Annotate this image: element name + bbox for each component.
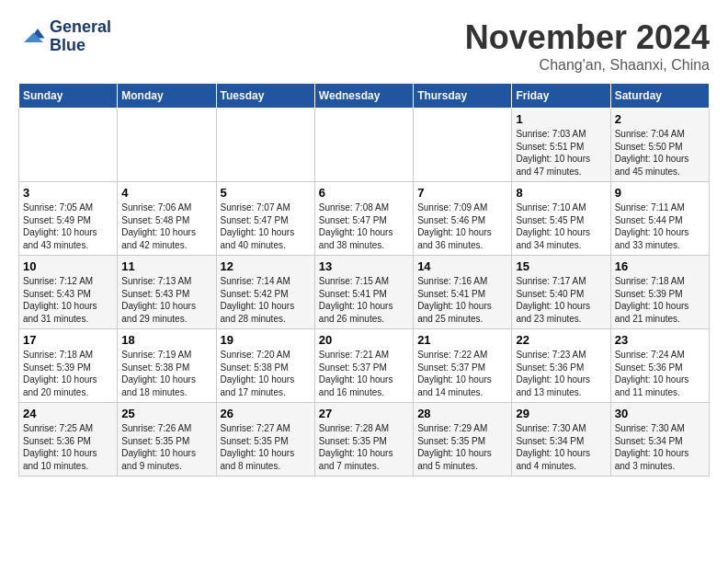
day-info: Sunrise: 7:28 AM Sunset: 5:35 PM Dayligh… [319,422,409,472]
day-number: 13 [319,259,409,273]
calendar-cell: 17Sunrise: 7:18 AM Sunset: 5:39 PM Dayli… [19,329,118,403]
weekday-header-friday: Friday [512,84,610,109]
day-info: Sunrise: 7:11 AM Sunset: 5:44 PM Dayligh… [615,201,705,251]
month-title: November 2024 [465,18,710,57]
calendar-cell: 16Sunrise: 7:18 AM Sunset: 5:39 PM Dayli… [610,256,709,329]
week-row-2: 10Sunrise: 7:12 AM Sunset: 5:43 PM Dayli… [19,256,710,329]
day-info: Sunrise: 7:24 AM Sunset: 5:36 PM Dayligh… [615,349,705,398]
day-number: 18 [121,333,211,347]
day-number: 7 [417,186,507,200]
calendar-cell: 21Sunrise: 7:22 AM Sunset: 5:37 PM Dayli… [414,329,512,403]
day-number: 26 [221,407,311,420]
day-info: Sunrise: 7:10 AM Sunset: 5:45 PM Dayligh… [516,201,606,251]
calendar-cell: 28Sunrise: 7:29 AM Sunset: 5:35 PM Dayli… [414,403,512,477]
calendar-cell: 13Sunrise: 7:15 AM Sunset: 5:41 PM Dayli… [314,256,413,329]
calendar-cell: 27Sunrise: 7:28 AM Sunset: 5:35 PM Dayli… [314,403,413,477]
calendar-cell: 23Sunrise: 7:24 AM Sunset: 5:36 PM Dayli… [610,329,709,403]
calendar-cell: 18Sunrise: 7:19 AM Sunset: 5:38 PM Dayli… [118,329,216,403]
day-number: 25 [121,407,211,420]
calendar-cell: 15Sunrise: 7:17 AM Sunset: 5:40 PM Dayli… [512,256,610,329]
day-info: Sunrise: 7:30 AM Sunset: 5:34 PM Dayligh… [516,422,606,472]
day-info: Sunrise: 7:18 AM Sunset: 5:39 PM Dayligh… [615,275,705,325]
calendar-cell: 30Sunrise: 7:30 AM Sunset: 5:34 PM Dayli… [610,403,709,477]
day-info: Sunrise: 7:03 AM Sunset: 5:51 PM Dayligh… [516,128,606,178]
day-info: Sunrise: 7:19 AM Sunset: 5:38 PM Dayligh… [121,349,211,398]
location: Chang'an, Shaanxi, China [465,57,710,74]
day-info: Sunrise: 7:26 AM Sunset: 5:35 PM Dayligh… [121,422,211,472]
day-number: 23 [615,333,705,347]
calendar-cell: 25Sunrise: 7:26 AM Sunset: 5:35 PM Dayli… [118,403,216,477]
day-number: 1 [516,112,606,126]
day-info: Sunrise: 7:09 AM Sunset: 5:46 PM Dayligh… [417,201,507,251]
day-number: 30 [615,407,705,420]
logo: General Blue [18,18,111,55]
day-info: Sunrise: 7:15 AM Sunset: 5:41 PM Dayligh… [319,275,409,325]
calendar-cell: 1Sunrise: 7:03 AM Sunset: 5:51 PM Daylig… [512,109,610,182]
weekday-header-thursday: Thursday [414,84,512,109]
day-number: 19 [221,333,311,347]
day-info: Sunrise: 7:12 AM Sunset: 5:43 PM Dayligh… [23,275,113,325]
calendar-cell: 4Sunrise: 7:06 AM Sunset: 5:48 PM Daylig… [118,182,216,256]
calendar-cell: 8Sunrise: 7:10 AM Sunset: 5:45 PM Daylig… [512,182,610,256]
title-area: November 2024 Chang'an, Shaanxi, China [465,18,710,74]
calendar-cell: 10Sunrise: 7:12 AM Sunset: 5:43 PM Dayli… [19,256,118,329]
day-number: 22 [516,333,606,347]
calendar-cell: 2Sunrise: 7:04 AM Sunset: 5:50 PM Daylig… [610,109,709,182]
day-number: 29 [516,407,606,420]
day-number: 3 [23,186,113,200]
day-number: 6 [319,186,409,200]
logo-text: General Blue [50,18,111,55]
weekday-header-wednesday: Wednesday [314,84,413,109]
day-number: 27 [319,407,409,420]
calendar-cell [314,109,413,182]
day-number: 8 [516,186,606,200]
weekday-header-row: SundayMondayTuesdayWednesdayThursdayFrid… [19,84,710,109]
day-info: Sunrise: 7:07 AM Sunset: 5:47 PM Dayligh… [221,201,311,251]
week-row-0: 1Sunrise: 7:03 AM Sunset: 5:51 PM Daylig… [19,109,710,182]
day-info: Sunrise: 7:22 AM Sunset: 5:37 PM Dayligh… [417,349,507,398]
day-info: Sunrise: 7:18 AM Sunset: 5:39 PM Dayligh… [23,349,113,398]
day-info: Sunrise: 7:27 AM Sunset: 5:35 PM Dayligh… [221,422,311,472]
calendar-cell: 6Sunrise: 7:08 AM Sunset: 5:47 PM Daylig… [314,182,413,256]
calendar-cell: 19Sunrise: 7:20 AM Sunset: 5:38 PM Dayli… [216,329,314,403]
day-info: Sunrise: 7:29 AM Sunset: 5:35 PM Dayligh… [417,422,507,472]
day-number: 16 [615,259,705,273]
calendar-cell: 3Sunrise: 7:05 AM Sunset: 5:49 PM Daylig… [19,182,118,256]
weekday-header-monday: Monday [118,84,216,109]
day-number: 4 [121,186,211,200]
weekday-header-saturday: Saturday [610,84,709,109]
day-info: Sunrise: 7:08 AM Sunset: 5:47 PM Dayligh… [319,201,409,251]
weekday-header-sunday: Sunday [19,84,118,109]
day-number: 9 [615,186,705,200]
calendar-cell: 20Sunrise: 7:21 AM Sunset: 5:37 PM Dayli… [314,329,413,403]
day-number: 5 [221,186,311,200]
day-number: 2 [615,112,705,126]
day-info: Sunrise: 7:05 AM Sunset: 5:49 PM Dayligh… [23,201,113,251]
calendar-cell: 11Sunrise: 7:13 AM Sunset: 5:43 PM Dayli… [118,256,216,329]
week-row-3: 17Sunrise: 7:18 AM Sunset: 5:39 PM Dayli… [19,329,710,403]
calendar-cell: 26Sunrise: 7:27 AM Sunset: 5:35 PM Dayli… [216,403,314,477]
calendar-cell: 9Sunrise: 7:11 AM Sunset: 5:44 PM Daylig… [610,182,709,256]
day-number: 10 [23,259,113,273]
day-info: Sunrise: 7:17 AM Sunset: 5:40 PM Dayligh… [516,275,606,325]
calendar-cell [118,109,216,182]
day-number: 21 [417,333,507,347]
day-info: Sunrise: 7:30 AM Sunset: 5:34 PM Dayligh… [615,422,705,472]
day-info: Sunrise: 7:13 AM Sunset: 5:43 PM Dayligh… [121,275,211,325]
day-info: Sunrise: 7:14 AM Sunset: 5:42 PM Dayligh… [221,275,311,325]
calendar-cell: 29Sunrise: 7:30 AM Sunset: 5:34 PM Dayli… [512,403,610,477]
header: General Blue November 2024 Chang'an, Sha… [18,18,710,74]
calendar-cell: 24Sunrise: 7:25 AM Sunset: 5:36 PM Dayli… [19,403,118,477]
day-number: 14 [417,259,507,273]
logo-icon [18,23,46,51]
day-number: 12 [221,259,311,273]
week-row-4: 24Sunrise: 7:25 AM Sunset: 5:36 PM Dayli… [19,403,710,477]
day-info: Sunrise: 7:20 AM Sunset: 5:38 PM Dayligh… [221,349,311,398]
calendar: SundayMondayTuesdayWednesdayThursdayFrid… [18,83,710,477]
week-row-1: 3Sunrise: 7:05 AM Sunset: 5:49 PM Daylig… [19,182,710,256]
day-number: 20 [319,333,409,347]
calendar-cell [414,109,512,182]
day-number: 24 [23,407,113,420]
calendar-cell: 12Sunrise: 7:14 AM Sunset: 5:42 PM Dayli… [216,256,314,329]
day-number: 28 [417,407,507,420]
